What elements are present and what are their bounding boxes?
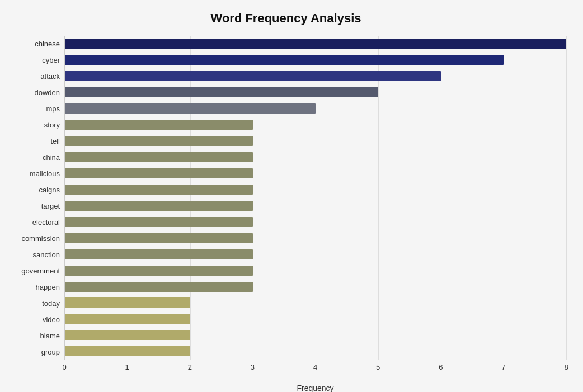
bar-row-happen <box>65 281 566 293</box>
bar-happen <box>65 282 253 292</box>
bar-row-dowden <box>65 86 566 98</box>
y-label-story: story <box>44 121 60 129</box>
y-label-chinese: chinese <box>35 40 60 48</box>
x-tick-3: 3 <box>251 363 255 371</box>
bar-electoral <box>65 217 253 227</box>
x-tick-1: 1 <box>125 363 129 371</box>
y-label-malicious: malicious <box>30 170 60 177</box>
y-label-tell: tell <box>50 138 60 145</box>
bar-story <box>65 120 253 130</box>
x-axis-label: Frequency <box>64 384 566 392</box>
chart-title: Word Frequency Analysis <box>6 11 566 26</box>
bar-row-story <box>65 119 566 131</box>
chart-area: chinesecyberattackdowdenmpsstorytellchin… <box>6 36 566 360</box>
y-label-dowden: dowden <box>34 89 60 96</box>
bar-attack <box>65 71 441 81</box>
y-label-group: group <box>41 348 60 356</box>
grid-line-0 <box>65 36 65 360</box>
bar-video <box>65 314 190 324</box>
grid-line-4 <box>316 36 316 360</box>
grid-line-2 <box>190 36 191 360</box>
y-label-mps: mps <box>46 105 60 112</box>
bar-today <box>65 297 190 308</box>
grid-line-1 <box>128 36 128 360</box>
y-label-attack: attack <box>40 73 60 80</box>
bar-cyber <box>65 55 504 65</box>
y-label-target: target <box>41 202 60 210</box>
bar-government <box>65 266 253 276</box>
y-label-china: china <box>43 154 60 161</box>
bar-target <box>65 201 253 211</box>
bar-chinese <box>65 39 566 49</box>
bar-row-government <box>65 265 566 277</box>
bar-row-today <box>65 296 566 309</box>
bar-mps <box>65 103 316 114</box>
bar-commission <box>65 233 253 243</box>
y-label-caigns: caigns <box>39 186 60 193</box>
bar-china <box>65 152 253 162</box>
chart-container: Word Frequency Analysis chinesecyberatta… <box>0 0 583 392</box>
bar-row-china <box>65 151 566 163</box>
y-labels: chinesecyberattackdowdenmpsstorytellchin… <box>6 36 64 360</box>
bar-row-malicious <box>65 167 566 180</box>
y-label-blame: blame <box>40 332 60 339</box>
grid-line-3 <box>253 36 253 360</box>
bar-row-blame <box>65 329 566 341</box>
y-label-happen: happen <box>36 284 60 291</box>
bar-row-tell <box>65 135 566 147</box>
bar-tell <box>65 136 253 146</box>
bar-blame <box>65 330 190 340</box>
bar-dowden <box>65 87 378 97</box>
bar-row-cyber <box>65 54 566 66</box>
y-label-commission: commission <box>21 235 60 242</box>
bar-row-video <box>65 313 566 325</box>
bar-caigns <box>65 185 253 195</box>
grid-line-7 <box>504 36 504 360</box>
x-axis: 012345678 <box>64 360 566 371</box>
x-tick-5: 5 <box>376 363 380 371</box>
x-tick-6: 6 <box>439 363 443 371</box>
y-label-cyber: cyber <box>42 56 60 64</box>
grid-line-8 <box>566 36 567 360</box>
y-label-government: government <box>21 267 60 275</box>
y-label-sanction: sanction <box>33 251 60 258</box>
y-label-electoral: electoral <box>32 219 60 226</box>
bar-row-sanction <box>65 248 566 261</box>
bars-area <box>64 36 566 360</box>
x-tick-8: 8 <box>564 363 568 371</box>
bar-row-group <box>65 345 566 357</box>
x-tick-7: 7 <box>501 363 505 371</box>
bar-row-mps <box>65 102 566 115</box>
bar-row-commission <box>65 232 566 244</box>
grid-line-5 <box>378 36 379 360</box>
y-label-today: today <box>42 300 60 307</box>
bar-group <box>65 346 190 356</box>
grid-line-6 <box>441 36 441 360</box>
x-tick-2: 2 <box>188 363 192 371</box>
bar-row-electoral <box>65 216 566 228</box>
bar-row-target <box>65 200 566 212</box>
bar-sanction <box>65 249 253 259</box>
x-tick-4: 4 <box>313 363 317 371</box>
bar-row-chinese <box>65 37 566 50</box>
x-tick-0: 0 <box>62 363 66 371</box>
bar-row-attack <box>65 70 566 82</box>
bar-malicious <box>65 168 253 178</box>
bar-row-caigns <box>65 183 566 196</box>
y-label-video: video <box>43 316 60 323</box>
